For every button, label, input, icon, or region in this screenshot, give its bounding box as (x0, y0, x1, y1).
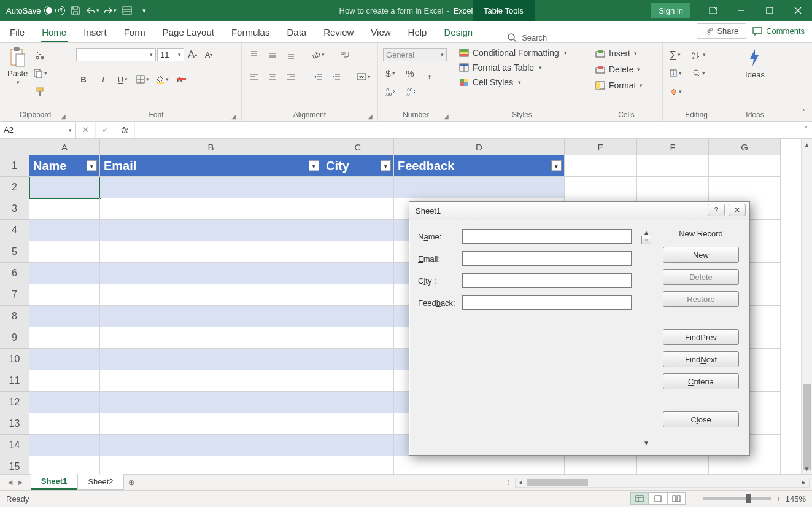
filter-dropdown-icon[interactable] (309, 161, 319, 171)
tab-review[interactable]: Review (322, 23, 355, 42)
restore-button[interactable]: Restore (663, 291, 739, 307)
insert-cells-button[interactable]: Insert▾ (595, 47, 637, 60)
fill-color-icon[interactable]: ▾ (155, 72, 169, 86)
cell[interactable] (565, 155, 637, 177)
cell[interactable] (100, 456, 322, 474)
expand-formula-bar-icon[interactable]: ˅ (800, 122, 812, 138)
cell[interactable] (709, 155, 781, 177)
cell[interactable] (709, 456, 781, 474)
cell[interactable] (322, 177, 394, 198)
row-header[interactable]: 13 (0, 413, 29, 435)
column-header[interactable]: C (322, 139, 394, 155)
form-qat-icon[interactable] (120, 4, 134, 17)
cell[interactable] (637, 456, 709, 474)
tab-file[interactable]: File (9, 23, 26, 42)
cell[interactable] (637, 177, 709, 198)
tab-home[interactable]: Home (41, 23, 68, 42)
decrease-decimal-icon[interactable]: .00.0 (404, 85, 419, 98)
cell[interactable] (322, 349, 394, 370)
tab-help[interactable]: Help (407, 23, 428, 42)
zoom-out-icon[interactable]: − (694, 494, 699, 504)
row-header[interactable]: 12 (0, 392, 29, 413)
share-button[interactable]: Share (697, 23, 746, 39)
cell[interactable] (100, 349, 322, 370)
cell[interactable]: Name (29, 155, 100, 177)
number-launcher-icon[interactable]: ◢ (444, 113, 449, 120)
orientation-icon[interactable]: ab▾ (311, 48, 325, 61)
clear-icon[interactable]: ▾ (668, 85, 682, 98)
cell[interactable] (394, 177, 565, 198)
number-format-combo[interactable]: General▾ (383, 48, 447, 61)
dialog-help-icon[interactable]: ? (708, 204, 725, 216)
row-header[interactable]: 1 (0, 155, 29, 177)
cell[interactable] (29, 220, 100, 241)
cell[interactable] (100, 327, 322, 349)
percent-format-icon[interactable]: % (403, 66, 417, 80)
cell[interactable] (565, 456, 637, 474)
align-right-icon[interactable] (284, 70, 298, 84)
row-header[interactable]: 4 (0, 220, 29, 241)
column-header[interactable]: E (565, 139, 637, 155)
minimize-icon[interactable] (727, 0, 756, 21)
cell[interactable]: Feedback (394, 155, 565, 177)
row-header[interactable]: 5 (0, 241, 29, 263)
cell[interactable] (29, 241, 100, 263)
align-middle-icon[interactable] (265, 48, 280, 61)
field-input-feedback[interactable] (462, 295, 632, 310)
delete-button[interactable]: Delete (663, 269, 739, 285)
font-size-combo[interactable]: 11▾ (157, 48, 184, 61)
dialog-record-scrollbar[interactable]: ▲ ≡ ▼ (640, 229, 652, 446)
select-all-corner[interactable] (0, 139, 29, 155)
cell[interactable] (100, 177, 322, 198)
cancel-formula-icon[interactable]: ✕ (76, 122, 96, 138)
page-break-view-icon[interactable] (667, 492, 686, 505)
ribbon-display-icon[interactable] (699, 0, 727, 21)
cell[interactable] (100, 392, 322, 413)
cell[interactable] (29, 306, 100, 327)
cell[interactable] (100, 435, 322, 456)
tab-design[interactable]: Design (443, 23, 474, 42)
row-header[interactable]: 10 (0, 349, 29, 370)
format-cells-button[interactable]: Format▾ (595, 79, 643, 92)
cell[interactable] (29, 349, 100, 370)
sheet-tab-1[interactable]: Sheet1 (31, 474, 78, 490)
sheet-nav-next-icon[interactable]: ► (17, 478, 25, 487)
sheet-nav-prev-icon[interactable]: ◄ (6, 478, 14, 487)
alignment-launcher-icon[interactable]: ◢ (368, 113, 373, 120)
bold-icon[interactable]: B (76, 72, 91, 86)
tab-page-layout[interactable]: Page Layout (161, 23, 215, 42)
cell[interactable] (29, 263, 100, 284)
cell[interactable] (100, 284, 322, 306)
format-as-table-button[interactable]: Format as Table▾ (459, 61, 542, 74)
cell[interactable] (322, 392, 394, 413)
page-layout-view-icon[interactable] (649, 492, 667, 505)
zoom-in-icon[interactable]: + (776, 494, 781, 504)
cell[interactable] (29, 177, 100, 198)
save-icon[interactable] (69, 4, 82, 17)
autosum-icon[interactable]: ∑▾ (668, 48, 682, 61)
cell[interactable] (322, 220, 394, 241)
cell[interactable] (322, 198, 394, 220)
cell[interactable]: City (322, 155, 394, 177)
cell[interactable] (709, 177, 781, 198)
cell[interactable] (322, 284, 394, 306)
tell-me-search[interactable]: Search (507, 33, 547, 42)
row-header[interactable]: 3 (0, 198, 29, 220)
cell[interactable] (100, 306, 322, 327)
comments-button[interactable]: Comments (752, 26, 805, 36)
cell[interactable]: Email (100, 155, 322, 177)
cell[interactable] (29, 327, 100, 349)
font-launcher-icon[interactable]: ◢ (231, 113, 236, 120)
close-button[interactable]: Close (663, 411, 739, 427)
zoom-control[interactable]: − + 145% (694, 494, 806, 504)
decrease-indent-icon[interactable] (311, 70, 325, 84)
border-icon[interactable]: ▾ (135, 72, 150, 86)
horizontal-scrollbar[interactable]: ◄► (515, 478, 810, 488)
cell[interactable] (100, 198, 322, 220)
field-input-email[interactable] (462, 251, 632, 266)
formula-input[interactable] (135, 122, 800, 138)
cell[interactable] (565, 177, 637, 198)
redo-icon[interactable]: ▾ (103, 4, 117, 17)
new-button[interactable]: New (663, 247, 739, 263)
filter-dropdown-icon[interactable] (551, 161, 562, 171)
